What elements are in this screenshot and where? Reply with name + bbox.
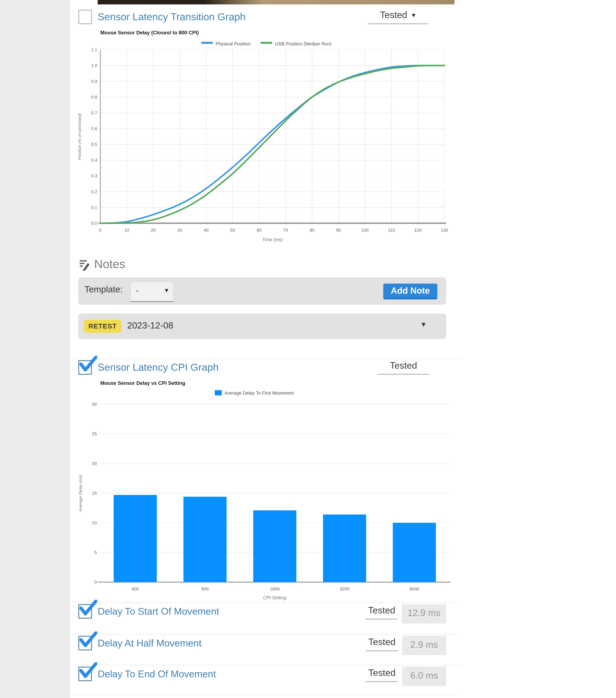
template-select[interactable]: - ▼ xyxy=(130,281,174,302)
svg-text:70: 70 xyxy=(283,228,288,233)
delay-start-label[interactable]: Delay To Start Of Movement xyxy=(98,604,366,619)
svg-text:Average Delay (ms): Average Delay (ms) xyxy=(78,475,83,512)
svg-text:1.0: 1.0 xyxy=(91,63,97,68)
template-bar: Template: - ▼ Add Note xyxy=(78,277,446,305)
svg-text:120: 120 xyxy=(414,228,421,233)
delay-end-checkbox[interactable] xyxy=(78,667,92,681)
svg-text:0.1: 0.1 xyxy=(91,205,97,210)
delay-end-value: 6.0 ms xyxy=(402,667,446,686)
section-divider xyxy=(73,359,460,359)
delay-start-status[interactable]: Tested xyxy=(366,604,398,619)
svg-text:0: 0 xyxy=(94,580,97,585)
row-divider xyxy=(73,665,460,666)
template-label: Template: xyxy=(85,284,123,295)
add-note-button[interactable]: Add Note xyxy=(383,283,437,299)
svg-text:1600: 1600 xyxy=(270,586,280,591)
svg-text:Time (ms): Time (ms) xyxy=(262,237,283,242)
svg-text:10: 10 xyxy=(124,228,129,233)
svg-text:20: 20 xyxy=(92,461,97,466)
delay-half-row: Delay At Half Movement Tested 2.9 ms xyxy=(78,636,446,665)
svg-text:400: 400 xyxy=(131,586,139,591)
svg-text:0.9: 0.9 xyxy=(91,79,97,84)
svg-text:6000: 6000 xyxy=(410,586,419,591)
svg-text:1.1: 1.1 xyxy=(91,47,97,52)
svg-text:0.3: 0.3 xyxy=(91,173,97,178)
svg-text:30: 30 xyxy=(92,402,97,407)
delay-start-checkbox[interactable] xyxy=(78,604,92,619)
caret-down-icon: ▼ xyxy=(164,287,169,294)
row-divider xyxy=(73,602,460,603)
svg-text:Mouse Sensor Delay vs CPI Sett: Mouse Sensor Delay vs CPI Setting xyxy=(100,380,185,386)
caret-down-icon: ▼ xyxy=(420,321,427,328)
row-divider xyxy=(73,634,460,634)
retest-date: 2023-12-08 xyxy=(127,320,173,331)
svg-text:90: 90 xyxy=(336,228,341,233)
delay-end-label[interactable]: Delay To End Of Movement xyxy=(98,667,366,681)
section-cpi-header: Sensor Latency CPI Graph xyxy=(78,360,219,375)
svg-text:5: 5 xyxy=(94,550,97,555)
delay-end-status[interactable]: Tested xyxy=(366,667,398,682)
svg-text:Average Delay To First Movemen: Average Delay To First Movement xyxy=(225,390,294,395)
section-title-transition[interactable]: Sensor Latency Transition Graph xyxy=(98,10,246,24)
svg-text:15: 15 xyxy=(92,491,97,496)
svg-text:0.5: 0.5 xyxy=(91,142,97,147)
svg-text:60: 60 xyxy=(257,228,261,233)
cpi-status-select[interactable]: Tested xyxy=(377,360,429,375)
delay-half-label[interactable]: Delay At Half Movement xyxy=(98,636,366,651)
cpi-status-label: Tested xyxy=(390,360,417,371)
page: Sensor Latency Transition Graph Tested▼ … xyxy=(0,0,616,698)
notes-edit-icon xyxy=(78,258,90,271)
sensor-latency-cpi-chart: Mouse Sensor Delay vs CPI SettingAverage… xyxy=(75,378,453,603)
svg-text:80: 80 xyxy=(310,228,314,233)
svg-text:3200: 3200 xyxy=(340,586,349,591)
caret-down-icon: ▼ xyxy=(411,12,416,18)
svg-text:0.4: 0.4 xyxy=(91,158,97,163)
delay-half-checkbox[interactable] xyxy=(78,636,92,651)
check-icon xyxy=(81,633,96,645)
bottom-divider xyxy=(73,695,460,695)
svg-text:0.0: 0.0 xyxy=(91,221,97,226)
template-selected-value: - xyxy=(136,286,139,295)
transition-checkbox[interactable] xyxy=(78,10,92,24)
svg-text:Physical Position: Physical Position xyxy=(216,41,250,46)
svg-text:Position (% of command): Position (% of command) xyxy=(77,113,82,160)
svg-text:0: 0 xyxy=(99,228,102,233)
photo-edge-strip xyxy=(98,0,455,4)
svg-text:Mouse Sensor Delay (Closest to: Mouse Sensor Delay (Closest to 800 CPI) xyxy=(100,30,199,36)
delay-half-value: 2.9 ms xyxy=(402,636,446,655)
svg-text:CPI Setting: CPI Setting xyxy=(263,595,287,600)
svg-text:800: 800 xyxy=(201,586,209,591)
svg-text:100: 100 xyxy=(361,228,369,233)
delay-start-value: 12.9 ms xyxy=(402,604,446,624)
svg-text:30: 30 xyxy=(177,228,182,233)
svg-text:110: 110 xyxy=(388,228,395,233)
svg-text:50: 50 xyxy=(230,228,235,233)
delay-start-row: Delay To Start Of Movement Tested 12.9 m… xyxy=(78,604,446,633)
svg-text:130: 130 xyxy=(441,228,448,233)
svg-text:0.6: 0.6 xyxy=(91,126,97,131)
svg-text:25: 25 xyxy=(92,431,97,436)
delay-end-row: Delay To End Of Movement Tested 6.0 ms xyxy=(78,667,446,696)
svg-text:0.2: 0.2 xyxy=(91,189,97,194)
transition-status-label: Tested xyxy=(380,10,407,20)
retest-bar[interactable]: RETEST 2023-12-08 ▼ xyxy=(78,313,446,339)
svg-text:0.8: 0.8 xyxy=(91,95,97,99)
cpi-checkbox[interactable] xyxy=(78,360,92,375)
transition-status-select[interactable]: Tested▼ xyxy=(368,10,429,24)
svg-text:0.7: 0.7 xyxy=(91,110,97,115)
notes-label: Notes xyxy=(94,258,125,271)
section-title-cpi[interactable]: Sensor Latency CPI Graph xyxy=(98,360,219,375)
left-gutter xyxy=(0,0,70,698)
svg-text:20: 20 xyxy=(151,228,156,233)
notes-header: Notes xyxy=(78,258,125,271)
check-icon xyxy=(81,664,96,676)
svg-text:40: 40 xyxy=(204,228,209,233)
sensor-latency-transition-chart: Mouse Sensor Delay (Closest to 800 CPI)P… xyxy=(75,27,453,250)
retest-badge: RETEST xyxy=(84,320,121,333)
delay-half-status[interactable]: Tested xyxy=(366,636,398,651)
section-transition-header: Sensor Latency Transition Graph xyxy=(78,10,246,24)
svg-text:10: 10 xyxy=(92,520,97,525)
svg-text:USB Position (Median Run): USB Position (Median Run) xyxy=(275,41,331,46)
